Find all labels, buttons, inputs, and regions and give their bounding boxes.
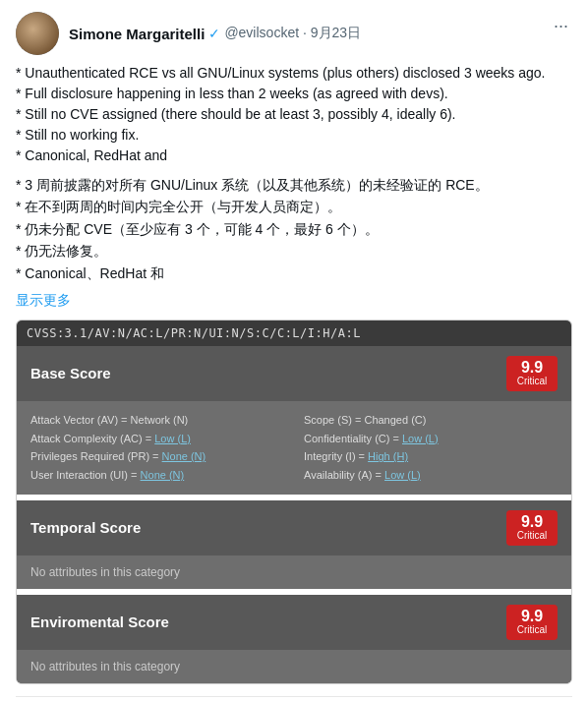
cvss-string: CVSS:3.1/AV:N/AC:L/PR:N/UI:N/S:C/C:L/I:H… xyxy=(17,321,571,346)
cvss-temporal-header: Temporal Score 9.9 Critical xyxy=(17,500,571,555)
cvss-base-score-label: Critical xyxy=(514,376,550,387)
tweet-header: Simone Margaritelli ✓ @evilsocket · 9月23… xyxy=(16,12,572,55)
cvss-base-header: Base Score 9.9 Critical xyxy=(17,346,571,401)
cvss-temporal-score-label: Critical xyxy=(514,530,550,542)
tweet: Simone Margaritelli ✓ @evilsocket · 9月23… xyxy=(0,0,588,701)
tweet-text-chinese: * 3 周前披露的对所有 GNU/Linux 系统（以及其他系统）的未经验证的 … xyxy=(16,174,572,284)
tweet-actions: 💬 99 🔁 643 🤍 2,929 📊 32万 🔖 ⬆ xyxy=(16,696,572,701)
display-name[interactable]: Simone Margaritelli xyxy=(69,26,205,42)
cvss-temporal-score-badge: 9.9 Critical xyxy=(506,510,558,546)
handle[interactable]: @evilsocket xyxy=(224,25,299,40)
cvss-temporal-no-attrs: No attributes in this category xyxy=(17,555,571,589)
tweet-header-left: Simone Margaritelli ✓ @evilsocket · 9月23… xyxy=(16,12,361,55)
cvss-base-attrs-right: Scope (S) = Changed (C) Confidentiality … xyxy=(304,411,558,485)
cvss-temporal-score-number: 9.9 xyxy=(514,514,550,530)
date: · 9月23日 xyxy=(303,25,361,40)
verified-icon: ✓ xyxy=(208,26,220,41)
cvss-temporal-section: Temporal Score 9.9 Critical No attribute… xyxy=(17,500,571,589)
cvss-environmental-no-attrs: No attributes in this category xyxy=(17,650,571,683)
more-options-button[interactable]: ··· xyxy=(550,12,572,40)
show-more-button[interactable]: 显示更多 xyxy=(16,292,572,310)
handle-date: @evilsocket · 9月23日 xyxy=(224,25,361,42)
cvss-base-score-badge: 9.9 Critical xyxy=(506,356,558,391)
attr-ui-link[interactable]: None (N) xyxy=(141,469,185,481)
cvss-base-section: Base Score 9.9 Critical Attack Vector (A… xyxy=(17,346,571,495)
attr-ac-link[interactable]: Low (L) xyxy=(154,433,191,444)
attr-a: Availability (A) = Low (L) xyxy=(304,466,558,485)
tweet-text-english: * Unauthenticated RCE vs all GNU/Linux s… xyxy=(16,63,572,166)
cvss-base-attrs-left: Attack Vector (AV) = Network (N) Attack … xyxy=(30,411,284,485)
avatar[interactable] xyxy=(16,12,59,55)
attr-c-link[interactable]: Low (L) xyxy=(402,433,439,444)
user-info: Simone Margaritelli ✓ @evilsocket · 9月23… xyxy=(69,25,361,42)
attr-pr: Privileges Required (PR) = None (N) xyxy=(30,447,284,466)
cvss-base-attrs: Attack Vector (AV) = Network (N) Attack … xyxy=(17,401,571,495)
attr-i: Integrity (I) = High (H) xyxy=(304,447,558,466)
attr-av: Attack Vector (AV) = Network (N) xyxy=(30,411,284,430)
attr-a-link[interactable]: Low (L) xyxy=(384,469,421,481)
cvss-temporal-title: Temporal Score xyxy=(30,519,141,536)
cvss-environmental-score-number: 9.9 xyxy=(514,609,550,624)
attr-s: Scope (S) = Changed (C) xyxy=(304,411,558,430)
cvss-environmental-score-label: Critical xyxy=(514,624,550,636)
cvss-environmental-section: Enviromental Score 9.9 Critical No attri… xyxy=(17,595,571,683)
cvss-base-score-number: 9.9 xyxy=(514,360,550,376)
cvss-card: CVSS:3.1/AV:N/AC:L/PR:N/UI:N/S:C/C:L/I:H… xyxy=(16,320,572,684)
attr-c: Confidentiality (C) = Low (L) xyxy=(304,430,558,448)
cvss-environmental-header: Enviromental Score 9.9 Critical xyxy=(17,595,571,650)
cvss-environmental-title: Enviromental Score xyxy=(30,613,169,630)
attr-pr-link[interactable]: None (N) xyxy=(162,450,206,462)
user-name-row: Simone Margaritelli ✓ @evilsocket · 9月23… xyxy=(69,25,361,42)
cvss-base-title: Base Score xyxy=(30,365,111,381)
attr-ui: User Interaction (UI) = None (N) xyxy=(30,466,284,485)
attr-i-link[interactable]: High (H) xyxy=(368,450,408,462)
attr-ac: Attack Complexity (AC) = Low (L) xyxy=(30,430,284,448)
cvss-environmental-score-badge: 9.9 Critical xyxy=(506,605,558,640)
